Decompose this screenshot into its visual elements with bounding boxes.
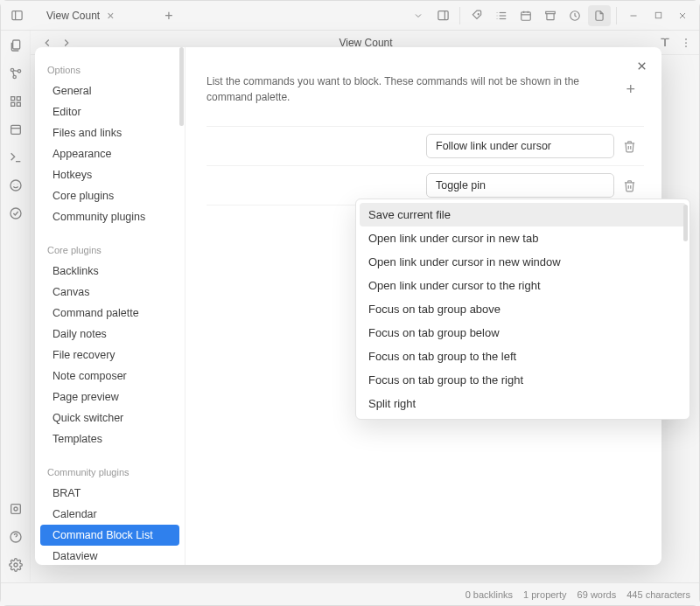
- new-tab-button[interactable]: +: [158, 8, 179, 24]
- dropdown-scrollbar-thumb[interactable]: [683, 205, 688, 241]
- trash-icon[interactable]: [623, 140, 639, 153]
- titlebar: View Count × +: [1, 1, 699, 31]
- svg-line-29: [12, 71, 13, 75]
- sidebar-item-files-and-links[interactable]: Files and links: [40, 122, 179, 143]
- smile-icon[interactable]: [4, 174, 27, 197]
- svg-point-45: [14, 563, 18, 567]
- tab-title: View Count: [46, 10, 100, 22]
- svg-point-26: [18, 70, 20, 73]
- command-row: [206, 126, 644, 165]
- sidebar-item-command-palette[interactable]: Command palette: [40, 303, 179, 324]
- svg-point-23: [685, 45, 687, 47]
- command-icon[interactable]: [4, 146, 27, 169]
- settings-description: List the commands you want to block. The…: [206, 73, 626, 105]
- sidebar-item-hotkeys[interactable]: Hotkeys: [40, 164, 179, 185]
- sidebar-item-note-composer[interactable]: Note composer: [40, 366, 179, 387]
- book-icon[interactable]: [657, 35, 673, 51]
- svg-point-27: [13, 75, 16, 78]
- svg-rect-15: [546, 11, 556, 13]
- sidebar-item-general[interactable]: General: [40, 80, 179, 101]
- help-icon[interactable]: [4, 526, 27, 548]
- suggestion-item[interactable]: Save current file: [360, 203, 686, 226]
- sidebar-item-appearance[interactable]: Appearance: [40, 143, 179, 164]
- svg-rect-24: [12, 40, 19, 49]
- suggestion-dropdown: Save current fileOpen link under cursor …: [355, 199, 690, 420]
- calendar-icon[interactable]: [514, 5, 537, 26]
- sidebar-item-editor[interactable]: Editor: [40, 101, 179, 122]
- chevron-down-icon[interactable]: [407, 5, 430, 26]
- sidebar-item-templates[interactable]: Templates: [40, 428, 179, 449]
- svg-rect-31: [17, 97, 20, 101]
- status-properties[interactable]: 1 property: [523, 589, 567, 600]
- sidebar-item-backlinks[interactable]: Backlinks: [40, 261, 179, 282]
- suggestion-item[interactable]: Focus on tab group to the right: [360, 368, 686, 392]
- left-ribbon: [1, 31, 31, 582]
- app-window: View Count × + View Count: [0, 0, 700, 606]
- sidebar-item-daily-notes[interactable]: Daily notes: [40, 324, 179, 345]
- svg-rect-34: [10, 125, 20, 134]
- files-icon[interactable]: [4, 34, 27, 57]
- svg-rect-32: [10, 102, 14, 106]
- sidebar-item-file-recovery[interactable]: File recovery: [40, 345, 179, 366]
- suggestion-item[interactable]: Open link under cursor in new window: [360, 250, 686, 274]
- sidebar-item-calendar[interactable]: Calendar: [40, 504, 179, 525]
- scrollbar-thumb[interactable]: [179, 47, 184, 126]
- suggestion-item[interactable]: Focus on tab group to the left: [360, 345, 686, 368]
- right-sidebar-toggle-icon[interactable]: [431, 5, 454, 26]
- graph-icon[interactable]: [4, 62, 27, 85]
- trash-icon[interactable]: [623, 179, 639, 192]
- list-icon[interactable]: [490, 5, 513, 26]
- window-maximize-icon[interactable]: [647, 5, 669, 26]
- sidebar-item-community-plugins[interactable]: Community plugins: [40, 206, 179, 227]
- vault-icon[interactable]: [4, 498, 27, 520]
- left-sidebar-toggle-icon[interactable]: [6, 5, 27, 26]
- sidebar-heading: Options: [35, 59, 185, 80]
- suggestion-item[interactable]: Focus on tab group above: [360, 297, 686, 321]
- svg-rect-18: [655, 12, 661, 17]
- status-backlinks[interactable]: 0 backlinks: [466, 589, 513, 600]
- command-input[interactable]: [426, 173, 614, 198]
- sidebar-item-command-block-list[interactable]: Command Block List: [40, 525, 179, 546]
- add-row-button[interactable]: +: [626, 78, 635, 101]
- suggestion-item[interactable]: Focus on tab group below: [360, 321, 686, 345]
- tab-view-count[interactable]: View Count ×: [36, 3, 158, 28]
- window-close-icon[interactable]: [671, 5, 694, 26]
- sidebar-item-quick-switcher[interactable]: Quick switcher: [40, 407, 179, 428]
- daily-note-icon[interactable]: [4, 118, 27, 141]
- tag-icon[interactable]: [466, 5, 488, 26]
- sidebar-item-canvas[interactable]: Canvas: [40, 282, 179, 303]
- document-icon[interactable]: [588, 5, 611, 26]
- gear-icon[interactable]: [4, 554, 27, 576]
- svg-point-42: [14, 507, 18, 511]
- svg-point-21: [685, 38, 687, 40]
- suggestion-item[interactable]: Open link under cursor to the right: [360, 274, 686, 297]
- status-words[interactable]: 69 words: [578, 589, 617, 600]
- more-vertical-icon[interactable]: [678, 35, 694, 51]
- svg-point-37: [10, 180, 21, 191]
- status-characters[interactable]: 445 characters: [626, 589, 690, 600]
- svg-rect-11: [522, 11, 531, 19]
- sidebar-item-brat[interactable]: BRAT: [40, 483, 179, 504]
- tab-close-icon[interactable]: ×: [107, 9, 114, 23]
- sidebar-item-dataview[interactable]: Dataview: [40, 546, 179, 565]
- window-minimize-icon[interactable]: [622, 5, 645, 26]
- svg-rect-30: [10, 97, 14, 101]
- suggestion-item[interactable]: Open link under cursor in new tab: [360, 226, 686, 250]
- status-bar: 0 backlinks 1 property 69 words 445 char…: [1, 582, 699, 605]
- svg-point-22: [685, 42, 687, 44]
- sidebar-item-page-preview[interactable]: Page preview: [40, 387, 179, 407]
- archive-icon[interactable]: [539, 5, 562, 26]
- check-circle-icon[interactable]: [4, 202, 27, 225]
- svg-rect-2: [438, 11, 447, 20]
- close-icon[interactable]: [632, 56, 651, 75]
- suggestion-item[interactable]: Split right: [360, 392, 686, 415]
- sidebar-heading: Core plugins: [35, 240, 185, 261]
- svg-line-28: [13, 71, 18, 72]
- command-input[interactable]: [426, 134, 614, 158]
- svg-rect-33: [17, 102, 20, 106]
- sidebar-heading: Community plugins: [35, 462, 185, 483]
- sidebar-item-core-plugins[interactable]: Core plugins: [40, 185, 179, 206]
- settings-sidebar[interactable]: OptionsGeneralEditorFiles and linksAppea…: [35, 47, 186, 565]
- clock-icon[interactable]: [564, 5, 586, 26]
- grid-icon[interactable]: [4, 90, 27, 113]
